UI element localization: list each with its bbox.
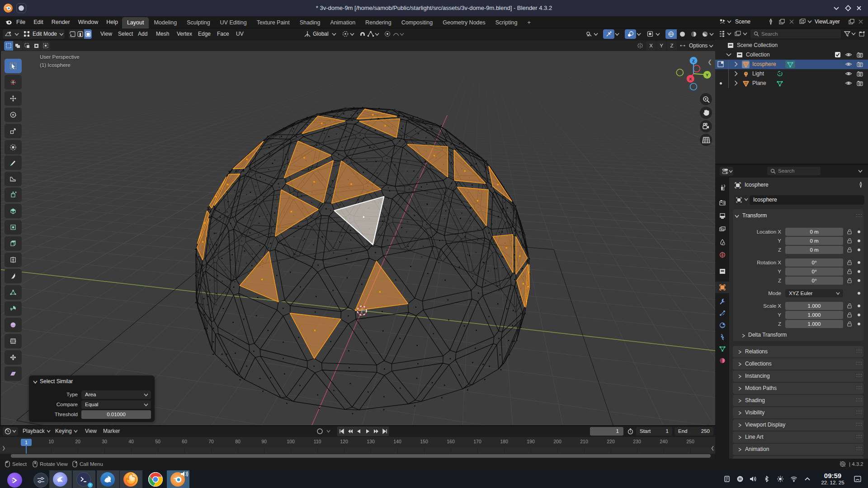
svg-text:Z: Z [692, 58, 695, 63]
svg-text:Y: Y [706, 72, 709, 77]
svg-text:X: X [689, 76, 692, 81]
